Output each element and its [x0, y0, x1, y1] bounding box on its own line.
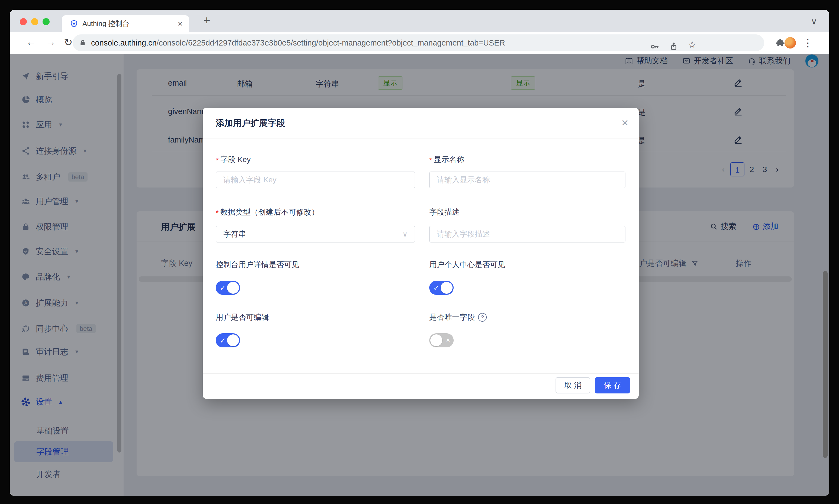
- data-type-label: * 数据类型（创建后不可修改）: [216, 207, 319, 217]
- password-key-icon[interactable]: [650, 42, 660, 51]
- page-content: 新手引导 概览 应用 ▾ 连接身份源 ▾ 多租户 beta: [10, 54, 829, 496]
- console-visible-toggle[interactable]: ✓: [216, 281, 240, 295]
- profile-visible-toggle[interactable]: ✓: [429, 281, 454, 295]
- display-name-label: * 显示名称: [429, 155, 464, 165]
- field-description-label: 字段描述: [429, 207, 460, 217]
- chevron-down-icon: ∨: [403, 230, 408, 238]
- forward-button[interactable]: →: [46, 36, 56, 48]
- page-scrollbar[interactable]: [823, 271, 827, 458]
- authing-favicon-icon: [70, 19, 78, 28]
- cancel-button[interactable]: 取 消: [555, 377, 590, 393]
- address-bar-icons: ☆: [650, 41, 696, 52]
- toggle-knob: [441, 282, 452, 294]
- extensions-puzzle-icon[interactable]: [775, 38, 785, 48]
- profile-visible-label: 用户个人中心是否可见: [429, 259, 505, 270]
- field-description-input[interactable]: [429, 226, 625, 242]
- add-extension-field-modal: 添加用户扩展字段 × * 字段 Key * 显示名称 * 数据类型（创建后不可修…: [203, 108, 639, 399]
- browser-menu-icon[interactable]: ⋮: [803, 37, 813, 49]
- toggle-knob: [227, 335, 239, 346]
- required-mark: *: [216, 209, 219, 217]
- help-question-icon[interactable]: ?: [478, 313, 487, 322]
- back-button[interactable]: ←: [26, 36, 36, 48]
- browser-toolbar: ← → ↻ console.authing.cn/console/6225dd4…: [10, 32, 829, 54]
- divider: [203, 138, 639, 139]
- x-icon: ×: [446, 336, 450, 344]
- tab-close-icon[interactable]: ×: [178, 19, 183, 29]
- toggle-knob: [430, 335, 442, 346]
- divider: [203, 373, 639, 374]
- browser-window: Authing 控制台 × + ∨ ← → ↻ console.authing.…: [10, 10, 829, 496]
- browser-profile-avatar[interactable]: [785, 37, 796, 49]
- tab-search-caret-icon[interactable]: ∨: [811, 16, 817, 26]
- new-tab-button[interactable]: +: [199, 14, 214, 27]
- field-key-label: * 字段 Key: [216, 155, 251, 165]
- lock-icon: [79, 39, 86, 46]
- console-visible-label: 控制台用户详情是否可见: [216, 259, 299, 270]
- url-text: console.authing.cn/console/6225dd4297dfd…: [91, 38, 505, 48]
- required-mark: *: [216, 156, 219, 165]
- unique-field-toggle[interactable]: ×: [429, 333, 454, 347]
- unique-field-label: 是否唯一字段 ?: [429, 312, 487, 322]
- browser-tab[interactable]: Authing 控制台 ×: [62, 15, 189, 32]
- tab-title: Authing 控制台: [83, 19, 173, 29]
- field-key-input[interactable]: [216, 172, 415, 188]
- toggle-knob: [227, 282, 239, 294]
- display-name-input[interactable]: [429, 172, 625, 188]
- user-editable-label: 用户是否可编辑: [216, 312, 269, 322]
- check-icon: ✓: [220, 284, 226, 292]
- zoom-window-button[interactable]: [42, 18, 50, 25]
- address-bar[interactable]: console.authing.cn/console/6225dd4297dfd…: [73, 34, 764, 51]
- bookmark-star-icon[interactable]: ☆: [688, 39, 696, 50]
- tab-strip: Authing 控制台 × + ∨: [10, 10, 829, 32]
- save-button[interactable]: 保 存: [595, 377, 630, 393]
- user-editable-toggle[interactable]: ✓: [216, 333, 240, 347]
- required-mark: *: [429, 156, 432, 165]
- close-window-button[interactable]: [20, 18, 27, 25]
- close-icon[interactable]: ×: [621, 116, 628, 129]
- data-type-select[interactable]: 字符串 ∨: [216, 226, 415, 242]
- check-icon: ✓: [220, 337, 226, 345]
- minimize-window-button[interactable]: [31, 18, 38, 25]
- share-icon[interactable]: [670, 42, 678, 51]
- check-icon: ✓: [433, 284, 439, 292]
- modal-title: 添加用户扩展字段: [216, 108, 285, 138]
- reload-button[interactable]: ↻: [64, 36, 73, 48]
